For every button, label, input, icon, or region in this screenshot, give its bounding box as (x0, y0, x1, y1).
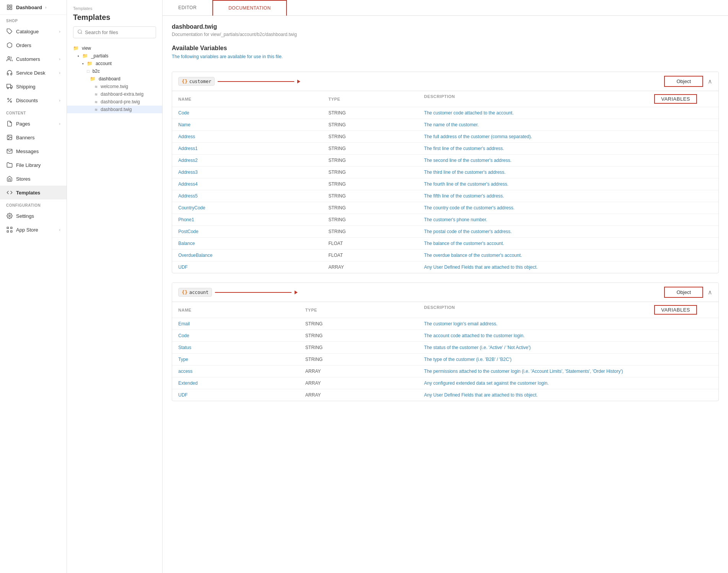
svg-rect-3 (10, 8, 12, 10)
var-desc-cell: The fifth line of the customer's address… (418, 190, 718, 202)
account-variables-table: NAME TYPE DESCRIPTION Variables Email ST… (172, 302, 718, 401)
tree-item-dashboard-pre-twig[interactable]: ≋ dashboard-pre.twig (67, 98, 162, 106)
content-section-label: CONTENT (0, 107, 67, 117)
var-name-cell: access (172, 366, 299, 377)
folder-open-icon: 📁 (73, 46, 79, 51)
table-row: Status STRING The status of the customer… (172, 342, 718, 354)
table-row: UDF ARRAY Any User Defined Fields that a… (172, 261, 718, 273)
chevron-right-icon: › (59, 98, 60, 103)
store-icon (6, 175, 13, 182)
tab-editor[interactable]: EDITOR (163, 0, 212, 15)
tree-item-account[interactable]: ▪ 📁 account (67, 60, 162, 67)
folder-icon-partials: 📁 (82, 53, 88, 59)
var-type-cell: STRING (299, 342, 418, 354)
sidebar-item-messages[interactable]: Messages (0, 144, 67, 158)
var-name-cell: Address2 (172, 155, 322, 167)
doc-file-path: Documentation for view/_partials/account… (172, 32, 719, 37)
col-type-2: TYPE (299, 302, 418, 318)
var-desc-cell: The type of the customer (i.e. 'B2B' / '… (418, 354, 718, 366)
table-row: Name STRING The name of the customer. (172, 119, 718, 131)
var-name-cell: Code (172, 107, 322, 119)
tree-item-dashboard-extra-twig[interactable]: ≋ dashboard-extra.twig (67, 90, 162, 98)
var-desc-cell: The customer login's email address. (418, 318, 718, 330)
tree-item-dashboard-twig[interactable]: ≋ dashboard.twig (67, 106, 162, 113)
svg-rect-18 (7, 231, 8, 232)
var-type-cell: STRING (299, 330, 418, 342)
table-row: Extended ARRAY Any configured extended d… (172, 377, 718, 389)
file-panel-title: Templates (73, 13, 156, 22)
table-row: Code STRING The account code attached to… (172, 330, 718, 342)
sidebar-item-orders[interactable]: Orders (0, 38, 67, 52)
svg-marker-7 (11, 85, 13, 87)
var-name-cell: Code (172, 330, 299, 342)
tree-item-welcome-twig[interactable]: ≋ welcome.twig (67, 83, 162, 90)
account-object-header[interactable]: {} account Object ∧ (172, 283, 718, 302)
folder-closed-icon: □ (87, 69, 90, 73)
file-library-label: File Library (16, 162, 41, 168)
arrow-head-customer (297, 80, 300, 83)
sidebar-dashboard-item[interactable]: Dashboard › (0, 0, 67, 15)
users-icon (6, 56, 13, 62)
tree-item-b2c[interactable]: □ b2c (67, 67, 162, 75)
var-name-cell: OverdueBalance (172, 250, 322, 261)
headset-icon (6, 69, 13, 76)
var-desc-cell: Any User Defined Fields that are attache… (418, 389, 718, 401)
sidebar-item-pages[interactable]: Pages › (0, 117, 67, 131)
customer-object-block: {} customer Object ∧ NAME (172, 72, 719, 273)
table-row: Phone1 STRING The customer's phone numbe… (172, 214, 718, 226)
sidebar-item-settings[interactable]: Settings (0, 209, 67, 223)
box-icon (6, 42, 13, 49)
var-desc-cell: The name of the customer. (418, 119, 718, 131)
collapse-icon-account: ∧ (708, 289, 712, 296)
svg-line-10 (8, 98, 11, 102)
service-desk-label: Service Desk (16, 70, 46, 76)
table-row: PostCode STRING The postal code of the c… (172, 226, 718, 238)
search-input[interactable] (85, 29, 152, 35)
sidebar-item-file-library[interactable]: File Library (0, 158, 67, 172)
var-name-cell: Address4 (172, 178, 322, 190)
chevron-right-icon: › (59, 227, 60, 232)
table-row: Type STRING The type of the customer (i.… (172, 354, 718, 366)
var-type-cell: ARRAY (322, 261, 418, 273)
table-row: Address4 STRING The fourth line of the c… (172, 178, 718, 190)
search-icon (77, 29, 83, 36)
svg-rect-17 (11, 227, 12, 229)
sidebar-item-customers[interactable]: Customers › (0, 52, 67, 66)
table-row: CountryCode STRING The country code of t… (172, 202, 718, 214)
var-type-cell: ARRAY (299, 389, 418, 401)
svg-point-20 (78, 30, 81, 33)
sidebar-item-shipping[interactable]: Shipping (0, 80, 67, 93)
tree-item-partials[interactable]: ▪ 📁 _partials (67, 52, 162, 60)
sidebar-item-templates[interactable]: Templates (0, 186, 67, 199)
customer-object-header[interactable]: {} customer Object ∧ (172, 72, 718, 91)
search-box[interactable] (73, 26, 156, 38)
braces-icon: {} (182, 78, 188, 84)
mail-icon (6, 148, 13, 155)
svg-point-14 (8, 136, 9, 137)
svg-rect-16 (7, 227, 8, 229)
sidebar-item-banners[interactable]: Banners (0, 131, 67, 144)
sidebar-item-discounts[interactable]: Discounts › (0, 93, 67, 107)
tab-documentation[interactable]: DOCUMENTATION (212, 0, 287, 16)
table-row: Address3 STRING The third line of the cu… (172, 167, 718, 178)
sidebar-item-service-desk[interactable]: Service Desk › (0, 66, 67, 80)
breadcrumb: Templates (73, 6, 156, 11)
tree-item-dashboard-folder[interactable]: 📁 dashboard (67, 75, 162, 83)
code-icon (6, 189, 13, 196)
sidebar-item-app-store[interactable]: App Store › (0, 223, 67, 237)
var-type-cell: FLOAT (322, 238, 418, 250)
customer-tag: {} customer (178, 77, 215, 86)
var-type-cell: STRING (322, 107, 418, 119)
var-name-cell: Address5 (172, 190, 322, 202)
sidebar-item-stores[interactable]: Stores (0, 172, 67, 186)
doc-section-subtitle: The following variables are available fo… (172, 54, 719, 59)
svg-point-5 (8, 57, 10, 59)
image-icon (6, 134, 13, 141)
sidebar-item-catalogue[interactable]: Catalogue › (0, 24, 67, 38)
tree-item-view[interactable]: 📁 view (67, 44, 162, 52)
var-type-cell: STRING (322, 178, 418, 190)
customer-variables-label: Variables (654, 94, 697, 104)
table-row: Address STRING The full address of the c… (172, 131, 718, 143)
chevron-right-icon: › (59, 57, 60, 61)
shipping-label: Shipping (16, 84, 36, 90)
